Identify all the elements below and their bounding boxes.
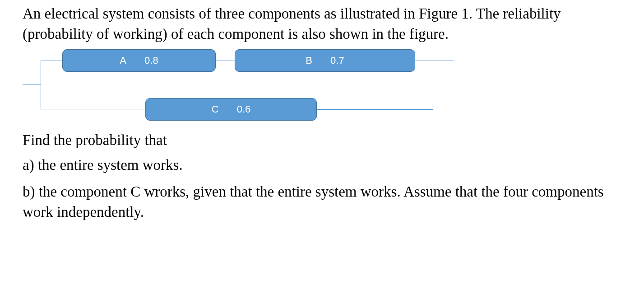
component-a-label: A [120, 55, 126, 66]
component-a: A 0.8 [62, 49, 216, 72]
wire-left-lead [23, 84, 41, 84]
wire-right-lead [433, 61, 454, 61]
problem-statement: An electrical system consists of three c… [23, 4, 621, 44]
question-b: b) the component C wrorks, given that th… [23, 182, 621, 222]
component-b: B 0.7 [235, 49, 415, 72]
component-b-value: 0.7 [330, 55, 344, 66]
wire-c-right [317, 109, 433, 110]
component-c: C 0.6 [145, 98, 317, 121]
component-b-label: B [306, 55, 312, 66]
circuit-diagram: A 0.8 B 0.7 C 0.6 [23, 49, 438, 124]
question-intro: Find the probability that [23, 132, 621, 149]
question-a: a) the entire system works. [23, 157, 621, 174]
wire-ab-connector [216, 61, 235, 61]
component-c-label: C [212, 103, 219, 115]
component-a-value: 0.8 [144, 55, 158, 66]
component-c-value: 0.6 [237, 103, 251, 115]
